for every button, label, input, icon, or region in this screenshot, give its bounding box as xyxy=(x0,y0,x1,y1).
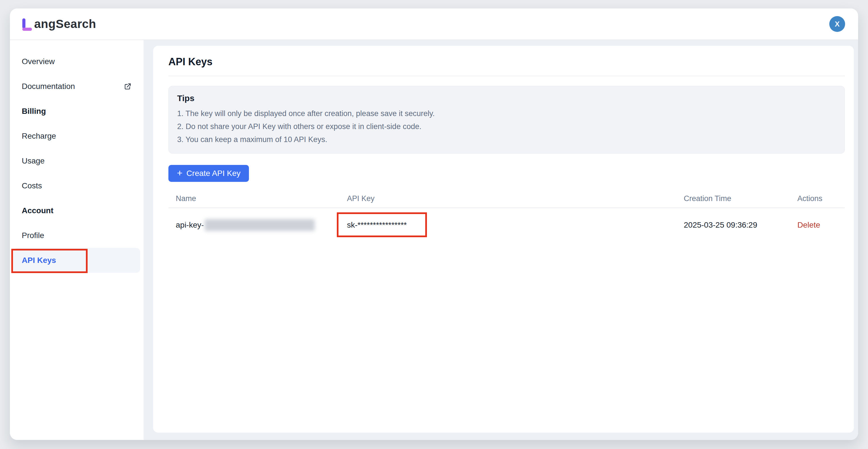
page: angSearch X Overview Documentation xyxy=(0,0,868,449)
main-area: API Keys Tips 1. The key will only be di… xyxy=(144,40,858,440)
sidebar: Overview Documentation Billing xyxy=(10,40,144,440)
column-header-api-key: API Key xyxy=(347,190,684,208)
sidebar-item-label: Usage xyxy=(22,156,44,165)
plus-icon: + xyxy=(177,168,183,178)
external-link-icon xyxy=(124,83,132,90)
table-header-row: Name API Key Creation Time Actions xyxy=(168,190,845,208)
sidebar-item-costs[interactable]: Costs xyxy=(10,173,144,198)
brand-l-icon xyxy=(22,17,33,31)
sidebar-item-label: API Keys xyxy=(22,256,56,265)
avatar-letter: X xyxy=(835,20,839,29)
key-name-prefix: api-key- xyxy=(176,221,204,230)
sidebar-item-documentation[interactable]: Documentation xyxy=(10,74,144,99)
tip-item: 1. The key will only be displayed once a… xyxy=(177,107,836,120)
delete-link[interactable]: Delete xyxy=(797,221,820,229)
sidebar-item-label: Recharge xyxy=(22,132,56,141)
sidebar-item-overview[interactable]: Overview xyxy=(10,49,144,74)
sidebar-section-label: Billing xyxy=(22,107,46,116)
user-avatar[interactable]: X xyxy=(829,16,845,32)
key-name-cell: api-key- xyxy=(168,208,347,242)
sidebar-item-usage[interactable]: Usage xyxy=(10,149,144,173)
masked-api-key: sk-**************** xyxy=(347,221,407,229)
api-key-cell: sk-**************** xyxy=(347,208,684,242)
actions-cell: Delete xyxy=(797,208,845,242)
tips-box: Tips 1. The key will only be displayed o… xyxy=(168,86,845,154)
brand-wordmark: angSearch xyxy=(34,17,96,31)
sidebar-item-api-keys[interactable]: API Keys xyxy=(13,248,140,273)
sidebar-section-account: Account xyxy=(10,198,144,223)
column-header-actions: Actions xyxy=(797,190,845,208)
sidebar-item-label: Profile xyxy=(22,231,44,240)
title-divider xyxy=(168,76,845,76)
sidebar-item-recharge[interactable]: Recharge xyxy=(10,124,144,149)
sidebar-section-label: Account xyxy=(22,206,53,215)
redacted-name-blur xyxy=(205,219,315,231)
column-header-creation-time: Creation Time xyxy=(684,190,797,208)
creation-time-cell: 2025-03-25 09:36:29 xyxy=(684,208,797,242)
tips-heading: Tips xyxy=(177,93,836,103)
page-title: API Keys xyxy=(168,56,845,68)
create-api-key-button[interactable]: + Create API Key xyxy=(168,165,249,182)
brand-logo[interactable]: angSearch xyxy=(22,17,96,31)
api-keys-table: Name API Key Creation Time Actions api-k xyxy=(168,190,845,242)
sidebar-item-label: Documentation xyxy=(22,82,75,91)
sidebar-item-profile[interactable]: Profile xyxy=(10,223,144,248)
create-api-key-label: Create API Key xyxy=(186,169,241,178)
sidebar-item-label: Costs xyxy=(22,181,42,190)
app-body: Overview Documentation Billing xyxy=(10,40,858,440)
table-row: api-key- sk-**************** 2025-03-25 … xyxy=(168,208,845,242)
sidebar-section-billing: Billing xyxy=(10,99,144,124)
app-window: angSearch X Overview Documentation xyxy=(10,8,858,440)
column-header-name: Name xyxy=(168,190,347,208)
sidebar-item-label: Overview xyxy=(22,57,55,66)
tip-item: 3. You can keep a maximum of 10 API Keys… xyxy=(177,133,836,146)
api-keys-panel: API Keys Tips 1. The key will only be di… xyxy=(153,46,854,432)
top-bar: angSearch X xyxy=(10,8,858,40)
tip-item: 2. Do not share your API Key with others… xyxy=(177,120,836,133)
